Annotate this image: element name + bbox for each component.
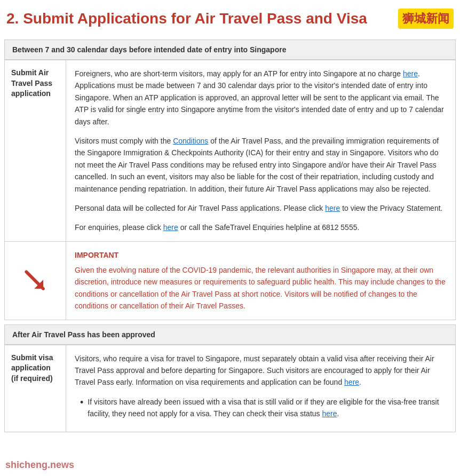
visa-bullet-list: If visitors have already been issued wit… xyxy=(75,396,447,420)
para4: For enquiries, please click here or call… xyxy=(75,221,447,233)
para2: Visitors must comply with the Conditions… xyxy=(75,135,447,195)
important-text: Given the evolving nature of the COVID-1… xyxy=(75,264,447,312)
arrow-icon xyxy=(22,267,49,294)
visa-status-link[interactable]: here xyxy=(322,409,337,418)
atp-apply-link[interactable]: here xyxy=(403,69,418,78)
section2-label: Submit visa application (if required) xyxy=(5,345,66,432)
section2-content: Visitors, who require a visa for travel … xyxy=(66,345,455,432)
para3: Personal data will be collected for Air … xyxy=(75,202,447,214)
bullet1: If visitors have already been issued wit… xyxy=(80,396,447,420)
section1-header: Between 7 and 30 calendar days before in… xyxy=(5,40,455,60)
visa-info-link[interactable]: here xyxy=(344,378,359,386)
section1-content: Foreigners, who are short-term visitors,… xyxy=(66,60,455,241)
conditions-link[interactable]: Conditions xyxy=(173,137,208,145)
title-text: 2. Submit Applications for Air Travel Pa… xyxy=(6,10,367,27)
visa-para1: Visitors, who require a visa for travel … xyxy=(75,353,447,388)
section2-wrapper: After Air Travel Pass has been approved … xyxy=(4,324,456,432)
arrow-cell xyxy=(5,242,66,320)
page-title: 2. Submit Applications for Air Travel Pa… xyxy=(0,0,460,35)
section2-header: After Air Travel Pass has been approved xyxy=(5,325,455,345)
section1-wrapper: Between 7 and 30 calendar days before in… xyxy=(4,39,456,320)
section1-label: Submit Air Travel Pass application xyxy=(5,60,66,241)
enquiries-link[interactable]: here xyxy=(163,223,178,232)
logo: 狮城新闻 xyxy=(398,9,454,29)
para1: Foreigners, who are short-term visitors,… xyxy=(75,68,447,128)
important-label: IMPORTANT xyxy=(75,249,447,261)
important-content: IMPORTANT Given the evolving nature of t… xyxy=(66,242,455,320)
important-row: IMPORTANT Given the evolving nature of t… xyxy=(5,241,455,320)
section2-row: Submit visa application (if required) Vi… xyxy=(5,345,455,432)
privacy-link[interactable]: here xyxy=(325,204,340,212)
section1-row: Submit Air Travel Pass application Forei… xyxy=(5,60,455,241)
